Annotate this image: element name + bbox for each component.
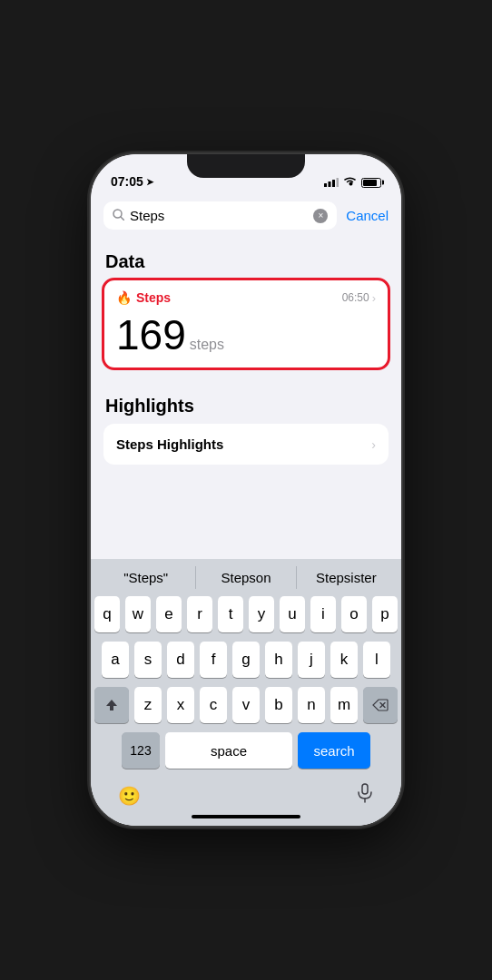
phone-screen: 07:05 ➤ [91,154,401,826]
home-indicator [192,815,300,818]
key-t[interactable]: t [218,596,243,632]
flame-icon: 🔥 [116,290,132,305]
emoji-icon[interactable]: 🙂 [118,785,141,807]
space-key[interactable]: space [165,732,292,769]
autocomplete-row: "Steps" Stepson Stepsister [91,559,401,593]
key-z[interactable]: z [134,687,162,723]
location-icon: ➤ [146,177,153,187]
data-card-time: 06:50 › [342,291,376,305]
highlights-card[interactable]: Steps Highlights › [103,424,389,465]
key-k[interactable]: k [330,642,358,678]
delete-key[interactable] [363,687,398,723]
key-c[interactable]: c [200,687,227,723]
wifi-icon [343,176,357,189]
key-x[interactable]: x [167,687,194,723]
svg-rect-0 [324,183,327,187]
key-row-3: z x c v b n m [94,687,398,723]
data-card-title-group: 🔥 Steps [116,290,171,305]
key-j[interactable]: j [298,642,325,678]
key-s[interactable]: s [134,642,162,678]
shift-key[interactable] [94,687,129,723]
search-key[interactable]: search [298,732,370,769]
keyboard-area: "Steps" Stepson Stepsister q w e r t y u… [91,559,401,826]
autocomplete-item-1[interactable]: Stepson [196,566,296,589]
home-indicator-bar [91,811,401,826]
key-u[interactable]: u [280,596,305,632]
data-card-header: 🔥 Steps 06:50 › [103,279,389,310]
key-q[interactable]: q [94,596,120,632]
data-section-header: Data [91,237,401,279]
key-e[interactable]: e [156,596,182,632]
search-clear-button[interactable]: × [313,209,328,223]
numbers-key[interactable]: 123 [122,732,160,769]
svg-rect-3 [337,178,339,187]
cancel-button[interactable]: Cancel [346,208,389,223]
svg-rect-1 [329,181,331,187]
key-w[interactable]: w [125,596,151,632]
key-b[interactable]: b [265,687,292,723]
highlights-item[interactable]: Steps Highlights › [103,424,389,465]
signal-icon [324,177,339,189]
data-card-time-value: 06:50 [342,291,369,304]
autocomplete-item-0[interactable]: "Steps" [96,566,196,589]
highlights-chevron-icon: › [371,437,376,452]
key-f[interactable]: f [200,642,227,678]
steps-value: 169 [116,311,186,358]
search-bar-container: Steps × Cancel [91,194,401,237]
svg-line-5 [121,217,124,220]
key-a[interactable]: a [102,642,129,678]
key-p[interactable]: p [372,596,398,632]
svg-rect-2 [332,180,335,187]
status-icons [324,176,381,189]
notch [187,154,305,178]
data-card-title: Steps [136,290,171,305]
key-v[interactable]: v [232,687,260,723]
steps-unit: steps [190,337,224,352]
highlights-section-header: Highlights [91,381,401,424]
key-i[interactable]: i [310,596,336,632]
battery-icon [361,178,381,188]
content-area: Data 🔥 Steps 06:50 › 169steps [91,237,401,559]
autocomplete-item-2[interactable]: Stepsister [297,566,396,589]
steps-data-card[interactable]: 🔥 Steps 06:50 › 169steps [103,279,389,368]
key-row-1: q w e r t y u i o p [94,596,398,632]
search-input-wrap[interactable]: Steps × [103,201,337,230]
mic-icon[interactable] [356,783,374,808]
key-row-2: a s d f g h j k l [94,642,398,678]
key-d[interactable]: d [167,642,194,678]
svg-rect-8 [362,784,368,794]
key-m[interactable]: m [330,687,358,723]
data-card-chevron-icon: › [372,291,376,305]
phone-frame: 07:05 ➤ [91,154,401,826]
keyboard-rows: q w e r t y u i o p a s d f g [91,593,401,779]
key-r[interactable]: r [187,596,212,632]
time-display: 07:05 [111,174,143,189]
bottom-icons-row: 🙂 [91,779,401,811]
data-card-body: 169steps [103,310,389,368]
key-o[interactable]: o [341,596,367,632]
search-input[interactable]: Steps [130,208,308,223]
key-row-4: 123 space search [94,732,398,769]
key-g[interactable]: g [232,642,260,678]
highlights-item-title: Steps Highlights [116,436,223,452]
key-n[interactable]: n [298,687,325,723]
status-time: 07:05 ➤ [111,174,153,189]
key-l[interactable]: l [363,642,390,678]
key-h[interactable]: h [265,642,292,678]
key-y[interactable]: y [249,596,274,632]
search-magnifier-icon [113,209,124,223]
